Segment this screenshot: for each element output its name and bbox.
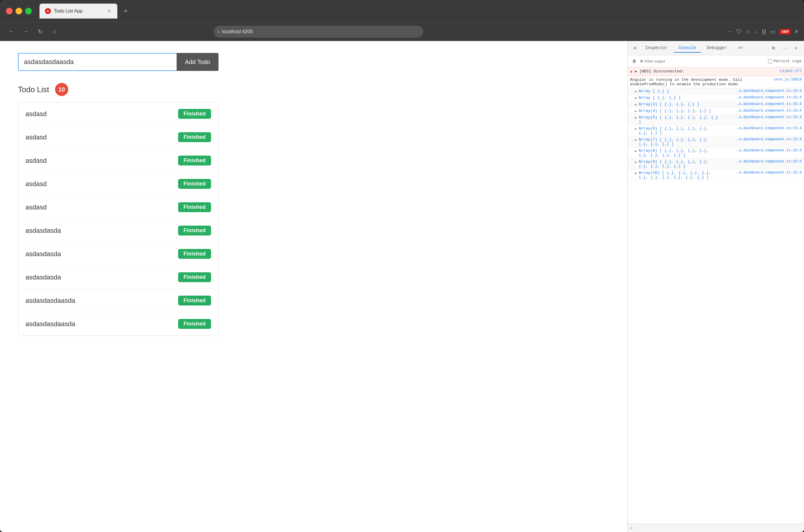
undock-icon[interactable]: ⧉	[769, 43, 778, 53]
add-todo-button[interactable]: Add Todo	[176, 53, 219, 71]
array-text: Array(4) [ {…}, {…}, {…}, {…} ]	[639, 109, 735, 113]
active-tab[interactable]: A Todo List App ✕	[39, 4, 117, 19]
persist-logs-checkbox[interactable]	[768, 59, 772, 63]
console-array-row: ▶ Array(8) [ {…}, {…}, {…}, {…},{…}, {…}…	[628, 148, 804, 158]
console-array-row: ▶ Array(3) [ {…}, {…}, {…} ] …o.dashboar…	[628, 101, 804, 108]
reload-button[interactable]: ↻	[35, 26, 45, 37]
traffic-lights	[6, 8, 32, 14]
array-text: Array [ {…} ]	[639, 89, 735, 93]
tab-bar: A Todo List App ✕ +	[39, 4, 798, 19]
download-icon[interactable]: ↓	[755, 28, 758, 35]
home-button[interactable]: ⌂	[49, 26, 60, 37]
tab-console[interactable]: Console	[674, 44, 701, 53]
todo-item: asdasd Finished	[18, 196, 218, 219]
array-source[interactable]: …o.dashboard.component.ts:15:4	[737, 171, 802, 175]
todo-status-badge: Finished	[178, 296, 211, 305]
array-source[interactable]: …o.dashboard.component.ts:15:4	[737, 95, 802, 100]
array-source[interactable]: …o.dashboard.component.ts:15:4	[737, 89, 802, 93]
todo-status-badge: Finished	[178, 179, 211, 189]
star-icon[interactable]: ☆	[746, 28, 751, 35]
array-source[interactable]: …o.dashboard.component.ts:15:4	[737, 137, 802, 141]
devtools-bottom-bar: »	[628, 524, 804, 532]
console-error-row: ● ▶ [WDS] Disconnected! client:177	[628, 67, 804, 76]
array-source[interactable]: …o.dashboard.component.ts:15:4	[737, 159, 802, 164]
tab-debugger[interactable]: Debugger	[702, 44, 732, 53]
todo-status-badge: Finished	[178, 272, 211, 282]
expand-arrow[interactable]: ▶	[635, 109, 637, 113]
todo-item: asdasd Finished	[18, 172, 218, 196]
console-info-source[interactable]: core.js:16819	[773, 77, 802, 87]
url-display: localhost:4200	[222, 29, 419, 34]
maximize-traffic-light[interactable]	[25, 8, 32, 14]
devtools-picker-icon[interactable]: ⊡	[631, 44, 639, 52]
expand-arrow[interactable]: ▶	[635, 171, 637, 175]
todo-item: asdasd Finished	[18, 102, 218, 126]
expand-arrow[interactable]: ▶	[635, 90, 637, 93]
back-button[interactable]: ←	[6, 26, 17, 37]
devtools-options-icon[interactable]: ···	[780, 43, 790, 53]
todo-header-row: Todo List 10	[18, 83, 219, 96]
browser-controls: ← → ↻ ⌂ ℹ localhost:4200 ··· 🛡 ☆ ↓ ||| ▭…	[0, 22, 804, 41]
array-text: Array(7) [ {…}, {…}, {…}, {…},{…}, {…}, …	[639, 137, 735, 146]
todo-item-text: asdasd	[25, 204, 47, 211]
close-traffic-light[interactable]	[6, 8, 13, 14]
expand-arrow[interactable]: ▶	[635, 96, 637, 100]
persist-logs-label: Persist Logs	[768, 59, 802, 63]
todo-status-badge: Finished	[178, 156, 211, 166]
expand-arrow[interactable]: ▶	[635, 149, 637, 153]
array-source[interactable]: …o.dashboard.component.ts:15:4	[737, 109, 802, 113]
console-output: ● ▶ [WDS] Disconnected! client:177 Angul…	[628, 67, 804, 524]
todo-item: asdasdasdaasda Finished	[18, 289, 218, 312]
expand-arrow[interactable]: ▶	[635, 160, 637, 164]
error-source[interactable]: client:177	[780, 69, 802, 73]
more-icon[interactable]: ···	[728, 28, 732, 35]
console-array-row: ▶ Array(5) [ {…}, {…}, {…}, {…}, {…}] …o…	[628, 114, 804, 126]
todo-input[interactable]	[18, 53, 176, 71]
todo-list: asdasd Finished asdasd Finished asdasd F…	[18, 102, 219, 336]
minimize-traffic-light[interactable]	[16, 8, 22, 14]
tab-more[interactable]: >>	[733, 44, 748, 53]
library-icon[interactable]: |||	[762, 28, 766, 35]
expand-arrow[interactable]: ▶	[635, 138, 637, 142]
filter-icon: ⊞	[640, 59, 643, 64]
address-bar[interactable]: ℹ localhost:4200	[214, 26, 423, 38]
todo-status-badge: Finished	[178, 109, 211, 119]
todo-status-badge: Finished	[178, 202, 211, 212]
shield-icon[interactable]: 🛡	[736, 28, 742, 35]
array-source[interactable]: …o.dashboard.component.ts:15:4	[737, 148, 802, 153]
console-array-row: ▶ Array(7) [ {…}, {…}, {…}, {…},{…}, {…}…	[628, 136, 804, 148]
expand-arrow[interactable]: ▶	[635, 102, 637, 107]
array-source[interactable]: …o.dashboard.component.ts:15:4	[737, 115, 802, 119]
info-icon: ℹ	[218, 29, 219, 34]
abp-badge[interactable]: ABP	[780, 29, 790, 34]
todo-status-badge: Finished	[178, 132, 211, 142]
devtools-close-icon[interactable]: ✕	[791, 43, 801, 53]
error-text: [WDS] Disconnected!	[640, 69, 778, 74]
expand-arrow[interactable]: ▶	[635, 127, 637, 131]
todo-item: asdasdasdaasda Finished	[18, 312, 218, 336]
devtools-header: ⊡ Inspector Console Debugger >> ⧉ ··· ✕	[628, 41, 804, 55]
todo-list-title: Todo List	[18, 85, 49, 94]
todo-item-text: asdasdasdaasda	[25, 320, 75, 328]
array-source[interactable]: …o.dashboard.component.ts:15:4	[737, 102, 802, 106]
array-source[interactable]: …o.dashboard.component.ts:15:4	[737, 126, 802, 131]
new-tab-button[interactable]: +	[120, 5, 132, 17]
expand-arrow[interactable]: ▶	[635, 69, 637, 74]
clear-console-button[interactable]: 🗑	[630, 57, 638, 65]
todo-item-text: asdasdasdaasda	[25, 297, 75, 305]
todo-item: asdasd Finished	[18, 126, 218, 149]
forward-button[interactable]: →	[20, 26, 31, 37]
menu-icon[interactable]: ≡	[795, 28, 798, 35]
array-text: Array(6) [ {…}, {…}, {…}, {…},{…}, {…} ]	[639, 126, 735, 135]
todo-item-text: asdasd	[25, 110, 47, 118]
todo-status-badge: Finished	[178, 226, 211, 235]
console-array-row: ▶ Array [ {…}, {…} ] …o.dashboard.compon…	[628, 95, 804, 101]
tab-inspector[interactable]: Inspector	[640, 44, 673, 53]
todo-item-text: asdasdasda	[25, 273, 61, 281]
expand-arrow[interactable]: ▶	[635, 116, 637, 120]
split-view-icon[interactable]: ▭	[770, 28, 775, 35]
title-bar: A Todo List App ✕ +	[0, 0, 804, 22]
tab-close-button[interactable]: ✕	[106, 8, 112, 14]
array-text: Array(8) [ {…}, {…}, {…}, {…},{…}, {…}, …	[639, 148, 735, 157]
console-filter-input[interactable]	[644, 57, 766, 65]
